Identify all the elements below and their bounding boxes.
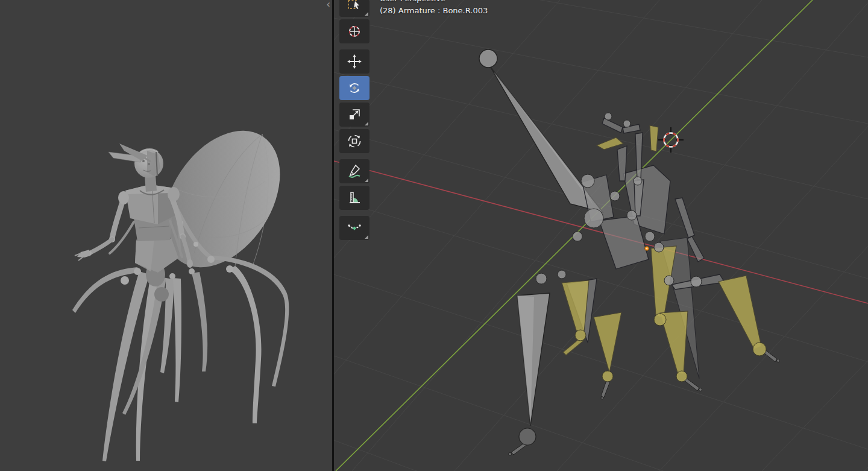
select-box-icon: [347, 0, 362, 12]
move-icon: [347, 54, 362, 69]
tool-pose-breakdowner-button[interactable]: [339, 216, 370, 240]
tool-select-box-button[interactable]: [339, 0, 370, 17]
subtools-indicator: [365, 235, 368, 239]
tool-transform-button[interactable]: [339, 129, 370, 153]
annotate-icon: [347, 164, 362, 179]
subtools-indicator: [365, 122, 368, 125]
cursor-icon: [347, 24, 362, 39]
object-origin-dot: [645, 247, 649, 251]
tool-cursor-button[interactable]: [339, 19, 370, 43]
rotate-icon: [347, 81, 362, 95]
collapse-panel-icon[interactable]: ‹: [326, 0, 330, 10]
character-model-canvas: [0, 0, 332, 471]
subtools-indicator: [365, 12, 368, 16]
tool-measure-button[interactable]: [339, 186, 370, 210]
character-head: [108, 144, 163, 192]
armature-viewport-canvas: [334, 0, 868, 471]
tool-move-button[interactable]: [339, 49, 370, 74]
tool-annotate-button[interactable]: [339, 159, 370, 183]
armature-bones-unselected[interactable]: [490, 66, 780, 456]
toolbar: [339, 0, 370, 240]
subtools-indicator: [365, 179, 368, 182]
pose-breakdowner-icon: [347, 221, 362, 235]
right-3d-viewport[interactable]: User Perspective (28) Armature : Bone.R.…: [334, 0, 868, 471]
measure-icon: [347, 191, 362, 205]
left-3d-viewport[interactable]: ‹: [0, 0, 332, 471]
floor-grid: [334, 0, 868, 471]
transform-icon: [347, 134, 362, 148]
scale-icon: [347, 107, 362, 122]
blender-window: ‹: [0, 0, 868, 471]
tool-scale-button[interactable]: [339, 103, 370, 127]
tool-rotate-button[interactable]: [339, 76, 370, 100]
